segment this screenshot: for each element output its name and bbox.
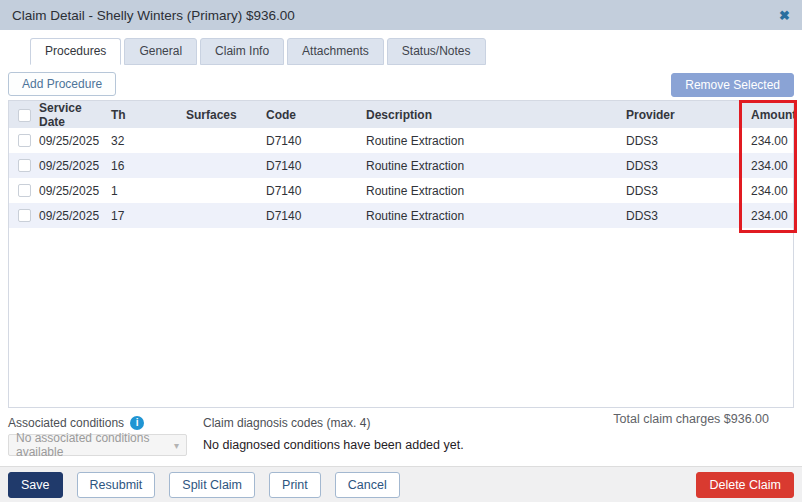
resubmit-button[interactable]: Resubmit xyxy=(77,472,156,498)
dialog-title: Claim Detail - Shelly Winters (Primary) … xyxy=(12,8,295,23)
col-description: Description xyxy=(366,108,626,122)
cell-code: D7140 xyxy=(266,184,366,198)
select-all-checkbox[interactable] xyxy=(18,109,31,122)
save-button[interactable]: Save xyxy=(8,472,63,498)
cell-description: Routine Extraction xyxy=(366,184,626,198)
cancel-button[interactable]: Cancel xyxy=(335,472,400,498)
table-header-row: Service Date Th Surfaces Code Descriptio… xyxy=(9,101,793,128)
diagnosis-empty-message: No diagnosed conditions have been added … xyxy=(203,438,464,452)
col-code: Code xyxy=(266,108,366,122)
col-th: Th xyxy=(111,108,186,122)
cell-description: Routine Extraction xyxy=(366,134,626,148)
table-row[interactable]: 09/25/2025 1 D7140 Routine Extraction DD… xyxy=(9,178,793,203)
table-row[interactable]: 09/25/2025 16 D7140 Routine Extraction D… xyxy=(9,153,793,178)
row-checkbox[interactable] xyxy=(18,209,31,222)
cell-amount: 234.00 xyxy=(751,134,796,148)
cell-amount: 234.00 xyxy=(751,159,796,173)
cell-code: D7140 xyxy=(266,209,366,223)
associated-conditions-value: No associated conditions available xyxy=(16,431,174,459)
remove-selected-button[interactable]: Remove Selected xyxy=(671,73,794,97)
claim-diagnosis-codes-label: Claim diagnosis codes (max. 4) xyxy=(203,416,370,430)
col-surfaces: Surfaces xyxy=(186,108,266,122)
print-button[interactable]: Print xyxy=(269,472,321,498)
total-claim-charges: Total claim charges $936.00 xyxy=(613,412,769,426)
cell-provider: DDS3 xyxy=(626,159,751,173)
tab-status-notes[interactable]: Status/Notes xyxy=(387,38,486,65)
cell-code: D7140 xyxy=(266,134,366,148)
cell-amount: 234.00 xyxy=(751,209,796,223)
info-icon[interactable]: i xyxy=(130,416,144,430)
cell-description: Routine Extraction xyxy=(366,159,626,173)
cell-provider: DDS3 xyxy=(626,184,751,198)
col-amount: Amount xyxy=(751,108,802,122)
cell-provider: DDS3 xyxy=(626,134,751,148)
cell-amount: 234.00 xyxy=(751,184,796,198)
cell-service-date: 09/25/2025 xyxy=(39,159,111,173)
cell-description: Routine Extraction xyxy=(366,209,626,223)
tab-attachments[interactable]: Attachments xyxy=(287,38,384,65)
row-checkbox[interactable] xyxy=(18,159,31,172)
add-procedure-button[interactable]: Add Procedure xyxy=(8,72,116,96)
cell-code: D7140 xyxy=(266,159,366,173)
cell-provider: DDS3 xyxy=(626,209,751,223)
cell-th: 32 xyxy=(111,134,186,148)
cell-th: 16 xyxy=(111,159,186,173)
tab-bar: Procedures General Claim Info Attachment… xyxy=(30,38,486,65)
cell-th: 1 xyxy=(111,184,186,198)
row-checkbox[interactable] xyxy=(18,184,31,197)
dialog-titlebar: Claim Detail - Shelly Winters (Primary) … xyxy=(0,0,802,30)
close-icon[interactable]: ✖ xyxy=(779,9,790,22)
row-checkbox[interactable] xyxy=(18,134,31,147)
col-service-date: Service Date xyxy=(39,101,111,129)
associated-conditions-label: Associated conditions i xyxy=(8,416,144,430)
associated-conditions-select[interactable]: No associated conditions available ▾ xyxy=(8,434,187,456)
footer-bar: Save Resubmit Split Claim Print Cancel D… xyxy=(0,466,802,502)
cell-service-date: 09/25/2025 xyxy=(39,209,111,223)
table-row[interactable]: 09/25/2025 32 D7140 Routine Extraction D… xyxy=(9,128,793,153)
associated-conditions-text: Associated conditions xyxy=(8,416,124,430)
cell-th: 17 xyxy=(111,209,186,223)
tab-procedures[interactable]: Procedures xyxy=(30,38,121,65)
cell-service-date: 09/25/2025 xyxy=(39,184,111,198)
tab-claim-info[interactable]: Claim Info xyxy=(200,38,284,65)
tab-general[interactable]: General xyxy=(124,38,197,65)
table-row[interactable]: 09/25/2025 17 D7140 Routine Extraction D… xyxy=(9,203,793,228)
delete-claim-button[interactable]: Delete Claim xyxy=(696,472,794,498)
procedures-table: Service Date Th Surfaces Code Descriptio… xyxy=(8,100,794,408)
col-provider: Provider xyxy=(626,108,751,122)
cell-service-date: 09/25/2025 xyxy=(39,134,111,148)
chevron-down-icon: ▾ xyxy=(174,440,179,451)
split-claim-button[interactable]: Split Claim xyxy=(169,472,255,498)
claim-detail-dialog: Claim Detail - Shelly Winters (Primary) … xyxy=(0,0,802,502)
